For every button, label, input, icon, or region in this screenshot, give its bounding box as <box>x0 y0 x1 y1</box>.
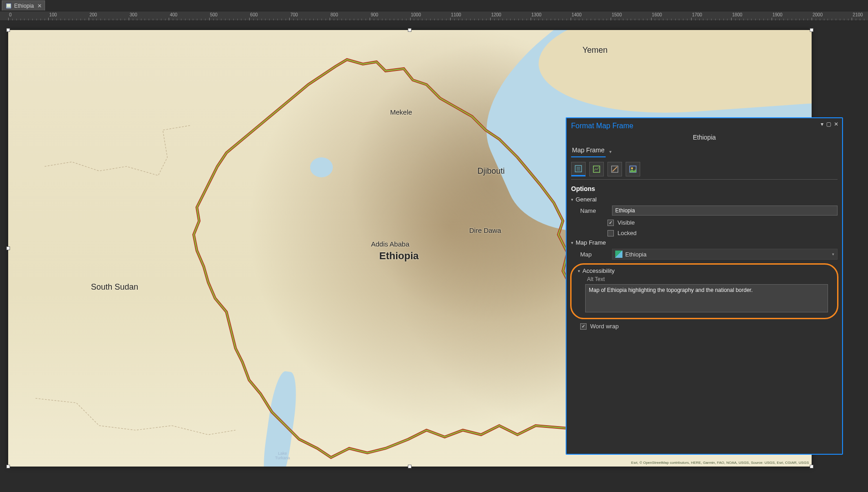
accessibility-label: Accessibility <box>582 267 615 274</box>
label-lake-turkana: Lake Turkana <box>275 451 290 460</box>
wordwrap-row: ✓ Word wrap <box>567 321 842 331</box>
layout-canvas[interactable]: Yemen Djibouti Dire Dawa Addis Ababa Eth… <box>0 21 868 492</box>
caret-down-icon: ▾ <box>578 269 580 273</box>
chevron-down-icon: ▾ <box>832 252 834 256</box>
handle-n[interactable] <box>408 28 411 32</box>
name-row: Name <box>567 204 842 217</box>
wordwrap-label: Word wrap <box>590 323 619 330</box>
chevron-down-icon[interactable]: ▾ <box>609 149 612 154</box>
label-dire-dawa: Dire Dawa <box>469 226 501 234</box>
handle-ne[interactable] <box>810 28 813 32</box>
handle-se[interactable] <box>810 465 813 468</box>
label-mekele: Mekele <box>390 108 412 116</box>
locked-row: Locked <box>567 228 842 238</box>
close-icon[interactable]: ✕ <box>37 3 42 9</box>
visible-row: ✓ Visible <box>567 217 842 228</box>
name-label: Name <box>580 207 607 214</box>
alttext-input[interactable] <box>585 284 828 312</box>
label-djibouti: Djibouti <box>477 166 505 176</box>
map-row: Map Ethiopia ▾ <box>567 247 842 261</box>
handle-nw[interactable] <box>6 28 10 32</box>
tab-options-icon[interactable] <box>571 162 586 176</box>
locked-label: Locked <box>617 230 637 236</box>
svg-point-10 <box>631 167 633 169</box>
panel-maximize-icon[interactable]: ▢ <box>826 121 831 127</box>
map-icon <box>615 251 622 258</box>
mapframe-group[interactable]: ▾ Map Frame <box>567 238 842 247</box>
mapframe-label: Map Frame <box>576 239 606 246</box>
panel-title: Format Map Frame <box>567 118 842 133</box>
label-south-sudan: South Sudan <box>91 282 138 292</box>
layout-icon <box>5 2 12 10</box>
nav-map-frame[interactable]: Map Frame <box>571 146 606 157</box>
caret-down-icon: ▾ <box>571 197 573 202</box>
tab-bar: Ethiopia ✕ <box>0 0 868 11</box>
tab-placement-icon[interactable] <box>607 162 622 176</box>
handle-sw[interactable] <box>6 465 10 468</box>
panel-breadcrumb: Map Frame ▾ <box>567 146 842 162</box>
tab-picture-icon[interactable] <box>626 162 640 176</box>
panel-close-icon[interactable]: ✕ <box>834 121 838 127</box>
tab-label: Ethiopia <box>14 3 34 9</box>
svg-rect-1 <box>7 4 10 7</box>
visible-checkbox[interactable]: ✓ <box>607 220 614 226</box>
options-header: Options <box>567 183 842 195</box>
map-value: Ethiopia <box>625 251 647 258</box>
label-ethiopia: Ethiopia <box>379 250 419 262</box>
caret-down-icon: ▾ <box>571 241 573 245</box>
svg-line-8 <box>612 167 617 171</box>
wordwrap-checkbox[interactable]: ✓ <box>580 323 587 330</box>
general-group[interactable]: ▾ General <box>567 195 842 204</box>
accessibility-group[interactable]: ▾ Accessibility <box>572 266 837 275</box>
map-attribution: Esri, © OpenStreetMap contributors, HERE… <box>631 461 809 465</box>
label-yemen: Yemen <box>582 45 607 55</box>
panel-menu-icon[interactable]: ▾ <box>821 121 823 127</box>
layout-tab[interactable]: Ethiopia ✕ <box>2 0 45 10</box>
format-map-frame-panel: ▾ ▢ ✕ Format Map Frame Ethiopia Map Fram… <box>566 117 843 455</box>
visible-label: Visible <box>617 219 635 226</box>
horizontal-ruler: 0100200300400500600700800900100011001200… <box>0 11 868 21</box>
accessibility-highlight: ▾ Accessibility Alt Text <box>570 263 838 319</box>
handle-w[interactable] <box>6 246 10 250</box>
handle-s[interactable] <box>408 465 411 468</box>
tab-display-icon[interactable] <box>589 162 604 176</box>
locked-checkbox[interactable] <box>607 230 614 236</box>
map-select[interactable]: Ethiopia ▾ <box>612 249 838 260</box>
alttext-label: Alt Text <box>572 275 837 282</box>
general-label: General <box>576 196 597 203</box>
map-label: Map <box>580 251 607 258</box>
panel-window-controls: ▾ ▢ ✕ <box>821 121 838 127</box>
name-input[interactable] <box>612 206 838 216</box>
label-addis: Addis Ababa <box>371 240 409 248</box>
panel-subtitle: Ethiopia <box>567 133 842 146</box>
property-tab-icons <box>567 162 842 179</box>
